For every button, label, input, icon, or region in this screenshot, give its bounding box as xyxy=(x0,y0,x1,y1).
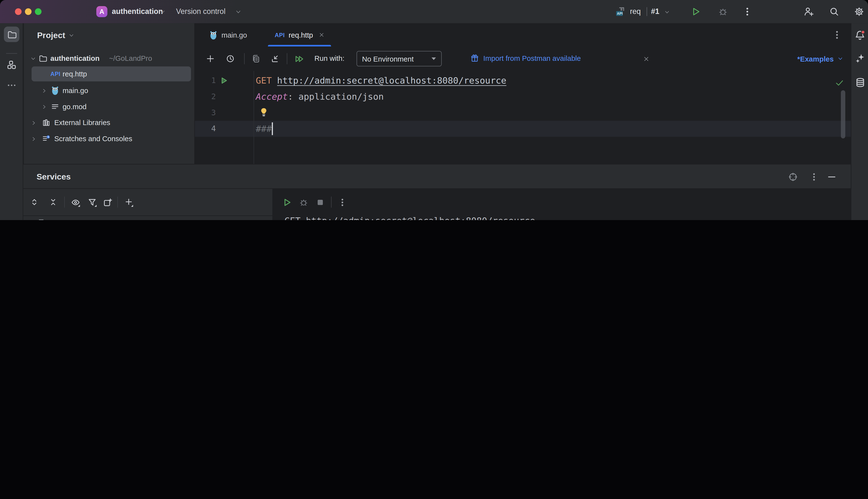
project-panel-title[interactable]: Project xyxy=(37,29,74,42)
minimize-window-button[interactable] xyxy=(25,8,32,15)
tree-item-label: External Libraries xyxy=(54,115,110,130)
api-file-badge: API xyxy=(50,66,60,81)
run-with-label: Run with: xyxy=(314,46,345,71)
debug-button[interactable] xyxy=(718,7,728,16)
view-options-eye-icon[interactable] xyxy=(71,198,80,207)
tree-item-req-http[interactable]: API req.http xyxy=(24,66,195,81)
copy-examples-icon[interactable] xyxy=(251,54,260,63)
more-actions-kebab-icon[interactable] xyxy=(742,7,752,16)
chevron-down-icon xyxy=(69,33,74,38)
tree-item-go-mod[interactable]: go.mod xyxy=(24,99,195,114)
collapse-all-icon[interactable] xyxy=(49,198,58,206)
tree-item-label: req.http xyxy=(62,66,87,81)
text-file-icon xyxy=(51,102,59,111)
svg-text:API: API xyxy=(617,11,623,15)
services-header: Services xyxy=(23,165,851,189)
editor-pane[interactable]: 1 2 3 4 GET http://admin:secret@localhos… xyxy=(195,71,851,164)
project-panel-title-label: Project xyxy=(37,29,65,42)
divider xyxy=(6,53,17,54)
version-control-menu[interactable]: Version control xyxy=(176,0,225,23)
code-line-1[interactable]: GET http://admin:secret@localhost:8080/r… xyxy=(256,73,506,89)
libraries-icon xyxy=(42,119,50,127)
options-kebab-icon[interactable] xyxy=(809,172,819,182)
search-icon[interactable] xyxy=(829,7,839,16)
tree-item-http-request[interactable]: API HTTP Request xyxy=(23,216,272,220)
add-user-icon[interactable] xyxy=(804,7,814,16)
console-request-line: GET http://admin:secret@localhost:8080/r… xyxy=(284,213,838,220)
postman-import-banner-link[interactable]: Import from Postman available xyxy=(483,46,581,71)
version-control-label: Version control xyxy=(176,7,225,15)
sidebar-item-project[interactable] xyxy=(4,27,19,42)
line-number: 2 xyxy=(195,89,216,105)
ai-assistant-sparkles-icon[interactable] xyxy=(855,53,865,63)
run-request-gutter-icon[interactable] xyxy=(220,76,228,85)
project-tool-window: Project authentication ~/GoLandPro API r… xyxy=(24,23,195,164)
add-request-icon[interactable] xyxy=(206,54,215,63)
dropdown-arrow-icon xyxy=(431,57,436,61)
line-number: 1 xyxy=(195,73,216,89)
chevron-right-icon xyxy=(31,136,37,142)
project-avatar: A xyxy=(96,6,107,17)
intention-lightbulb-icon[interactable] xyxy=(259,108,269,118)
line-number: 4 xyxy=(195,121,216,137)
open-in-new-tab-icon[interactable] xyxy=(103,198,113,207)
notifications-bell-icon[interactable] xyxy=(855,30,865,40)
console-kebab-icon[interactable] xyxy=(338,198,347,207)
project-selector[interactable]: authentication xyxy=(112,0,163,23)
zoom-window-button[interactable] xyxy=(35,8,41,15)
tab-main-go[interactable]: main.go xyxy=(201,23,255,46)
chevron-right-icon xyxy=(31,120,37,126)
chevron-right-icon xyxy=(41,104,47,110)
tree-item-label: Scratches and Consoles xyxy=(54,131,132,146)
divider xyxy=(287,53,287,64)
divider xyxy=(64,197,65,208)
more-tool-windows-icon[interactable] xyxy=(7,81,16,90)
code-line-2[interactable]: Accept: application/json xyxy=(256,89,384,105)
filter-icon[interactable] xyxy=(87,198,97,207)
tab-options-kebab-icon[interactable] xyxy=(832,30,842,40)
rerun-request-icon[interactable] xyxy=(282,198,292,207)
tree-item-main-go[interactable]: main.go xyxy=(24,83,195,98)
tab-label: main.go xyxy=(222,31,247,39)
import-requests-icon[interactable] xyxy=(271,54,280,63)
select-in-crosshair-icon[interactable] xyxy=(788,172,798,182)
editor-tab-bar: main.go API req.http xyxy=(195,23,851,46)
divider xyxy=(244,53,245,64)
dismiss-banner-icon[interactable] xyxy=(643,56,649,62)
run-all-requests-icon[interactable] xyxy=(295,54,304,64)
code-line-4[interactable]: ### xyxy=(256,121,272,137)
sidebar-item-structure[interactable] xyxy=(7,60,16,70)
editor-scrollbar-thumb[interactable] xyxy=(841,90,845,138)
run-configuration-selector[interactable]: req xyxy=(630,0,641,23)
tab-req-http[interactable]: API req.http xyxy=(267,23,332,46)
inspections-ok-check-icon[interactable] xyxy=(835,78,844,88)
ide-window: A authentication Version control API req… xyxy=(0,0,868,220)
tree-item-project-root[interactable]: authentication ~/GoLandPro xyxy=(24,51,195,66)
examples-selector[interactable]: *Examples xyxy=(797,46,843,71)
stop-icon[interactable] xyxy=(315,198,325,207)
hide-tool-window-icon[interactable] xyxy=(827,172,836,182)
history-clock-icon[interactable] xyxy=(226,54,235,63)
add-service-icon[interactable] xyxy=(124,198,134,207)
left-tool-stripe xyxy=(0,23,23,220)
close-window-button[interactable] xyxy=(15,8,22,15)
http-request-file-icon: API xyxy=(616,7,625,16)
tree-item-label: authentication xyxy=(50,51,99,66)
chevron-down-icon xyxy=(30,56,36,62)
environment-selector[interactable]: No Environment xyxy=(357,51,442,66)
http-response-console[interactable]: GET http://admin:secret@localhost:8080/r… xyxy=(284,213,838,220)
database-icon[interactable] xyxy=(855,77,865,87)
close-tab-icon[interactable] xyxy=(319,32,325,38)
debug-request-icon[interactable] xyxy=(299,198,308,207)
run-button[interactable] xyxy=(691,7,701,16)
environment-selected-value: No Environment xyxy=(362,54,427,63)
right-tool-stripe xyxy=(851,23,868,220)
http-client-toolbar: Run with: No Environment Import from Pos… xyxy=(195,46,851,71)
tree-item-scratches[interactable]: Scratches and Consoles xyxy=(24,131,195,146)
tree-item-label: main.go xyxy=(62,83,88,98)
tree-item-external-libraries[interactable]: External Libraries xyxy=(24,115,195,130)
run-config-name: req xyxy=(630,7,641,15)
examples-label: *Examples xyxy=(797,54,833,63)
expand-all-icon[interactable] xyxy=(30,198,39,206)
settings-gear-icon[interactable] xyxy=(854,7,864,16)
